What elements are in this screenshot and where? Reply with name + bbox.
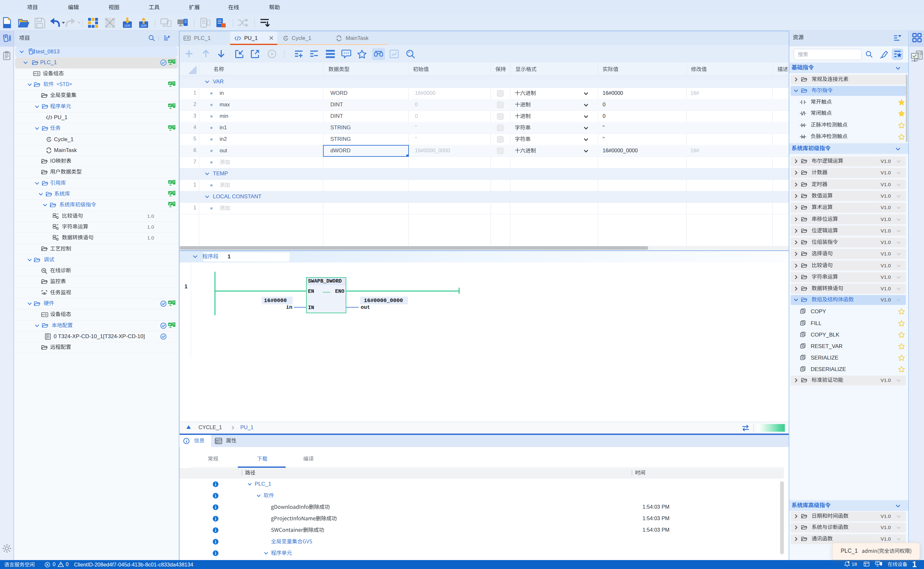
svg-text:P: P — [802, 123, 804, 127]
svg-text:1100: 1100 — [124, 24, 130, 27]
svg-text:N: N — [802, 135, 804, 138]
svg-text:1100: 1100 — [140, 24, 147, 27]
